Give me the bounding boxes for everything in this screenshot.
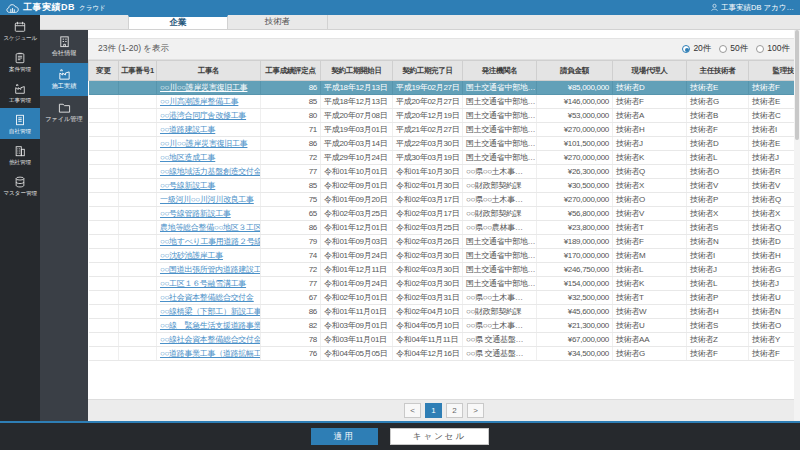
page-button-1[interactable]: 1: [425, 403, 442, 418]
project-name-link[interactable]: ○○道路建設工事: [160, 125, 215, 134]
table-row[interactable]: ○○道路事業工事（道路拡幅工事）76令和04年05月05日令和04年12月16日…: [89, 347, 795, 361]
column-header[interactable]: 発注機関名: [463, 61, 537, 81]
cell-agency: 国土交通省中部地…: [463, 123, 537, 137]
cell-chief: 技術者H: [687, 305, 749, 319]
table-row[interactable]: ○○社会資本整備総合交付金67令和02年10月01日令和02年03月31日○○県…: [89, 291, 795, 305]
project-name-link[interactable]: ○○工区１６号融雪溝工事: [160, 279, 246, 288]
cell-score: 86: [261, 137, 321, 151]
table-row[interactable]: ○○号線新設工事85令和02年09月01日令和02年01月30日○○財政部契約課…: [89, 179, 795, 193]
column-header[interactable]: 主任技術者: [687, 61, 749, 81]
column-header[interactable]: 変更: [89, 61, 119, 81]
cell-name: 一級河川○○川河川改良工事: [157, 193, 261, 207]
sidebar-item-3[interactable]: 自社管理: [0, 108, 40, 139]
cell-score: 79: [261, 235, 321, 249]
column-header[interactable]: 契約工期完了日: [393, 61, 463, 81]
cell-end: 平成22年03月30日: [393, 137, 463, 151]
table-row[interactable]: 一級河川○○川河川改良工事75令和01年09月20日令和02年03月17日○○県…: [89, 193, 795, 207]
table-row[interactable]: ○○港湾合同庁舎改修工事80平成20年07月08日平成20年12月19日国土交通…: [89, 109, 795, 123]
table-row[interactable]: ○○川○○護岸災害復旧工事86平成18年12月13日平成19年02月27日国土交…: [89, 81, 795, 95]
sidebar-item-4[interactable]: 他社管理: [0, 139, 40, 170]
column-header[interactable]: 工事名: [157, 61, 261, 81]
submenu-item-0[interactable]: 会社情報: [40, 30, 88, 63]
cell-amount: ¥270,000,000: [537, 151, 613, 165]
project-name-link[interactable]: ○○線地域活力基盤創造交付金: [160, 167, 261, 176]
apply-button[interactable]: 適用: [311, 428, 378, 445]
project-name-link[interactable]: ○○道路事業工事（道路拡幅工事）: [160, 349, 261, 358]
project-name-link[interactable]: ○○地すべり工事用道路２号線: [160, 237, 261, 246]
project-name-link[interactable]: ○○線 緊急生活支援道路事業: [160, 321, 261, 330]
column-header[interactable]: 請負金額: [537, 61, 613, 81]
table-row[interactable]: ○○地すべり工事用道路２号線79令和01年09月03日令和02年03月26日国土…: [89, 235, 795, 249]
table-row[interactable]: ○○線地域活力基盤創造交付金77令和01年10月01日令和01年10月30日○○…: [89, 165, 795, 179]
project-name-link[interactable]: ○○川○○護岸災害復旧工事: [160, 139, 247, 148]
cell-end: 令和02年03月26日: [393, 235, 463, 249]
page-size-radio-50件[interactable]: 50件: [719, 43, 748, 55]
cell-name: ○○道路事業工事（道路拡幅工事）: [157, 347, 261, 361]
cell-end: 平成20年12月19日: [393, 109, 463, 123]
table-row[interactable]: ○○号線管路新設工事65令和02年03月25日令和02年03月17日○○財政部契…: [89, 207, 795, 221]
table-row[interactable]: ○○線橋梁（下部工）新設工事86令和01年11月01日令和02年04月10日○○…: [89, 305, 795, 319]
sidebar-item-2[interactable]: 工事管理: [0, 77, 40, 108]
tab-company[interactable]: 企業: [128, 15, 228, 29]
cell-agent: 技術者Q: [613, 165, 687, 179]
page-button-2[interactable]: 2: [446, 403, 463, 418]
cell-end: 令和02年03月30日: [393, 249, 463, 263]
submenu-item-1[interactable]: 施工実績: [40, 63, 88, 96]
cell-supervisor: 技術者C: [749, 109, 795, 123]
column-header[interactable]: 工事成績評定点: [261, 61, 321, 81]
tab-bar: 企業 技術者: [40, 15, 800, 30]
table-row[interactable]: ○○線 緊急生活支援道路事業82令和03年09月01日令和04年05月10日○○…: [89, 319, 795, 333]
table-row[interactable]: ○○線社会資本整備総合交付金78令和03年11月01日令和04年11月11日○○…: [89, 333, 795, 347]
project-name-link[interactable]: ○○港湾合同庁舎改修工事: [160, 111, 246, 120]
scrollbar-thumb[interactable]: [795, 30, 799, 140]
project-name-link[interactable]: ○○沈砂池護岸工事: [160, 251, 223, 260]
table-row[interactable]: ○○沈砂池護岸工事74令和01年09月24日令和02年03月30日国土交通省中部…: [89, 249, 795, 263]
column-header[interactable]: 監理技術者: [749, 61, 795, 81]
cell-change: [89, 319, 119, 333]
table-row[interactable]: 農地等総合整備○○地区３工区86令和01年12月01日令和02年03月25日○○…: [89, 221, 795, 235]
cell-number: [119, 333, 157, 347]
table-row[interactable]: ○○地区造成工事72平成29年10月24日平成30年03月19日国土交通省中部地…: [89, 151, 795, 165]
submenu-item-2[interactable]: ファイル管理: [40, 96, 88, 129]
cell-number: [119, 277, 157, 291]
column-header[interactable]: 工事番号1: [119, 61, 157, 81]
projects-table: 変更工事番号1工事名工事成績評定点契約工期開始日契約工期完了日発注機関名請負金額…: [88, 60, 794, 361]
column-header[interactable]: 現場代理人: [613, 61, 687, 81]
sidebar-item-0[interactable]: スケジュール: [0, 15, 40, 46]
project-name-link[interactable]: ○○線社会資本整備総合交付金: [160, 335, 261, 344]
column-header[interactable]: 契約工期開始日: [321, 61, 393, 81]
sidebar-item-1[interactable]: 案件管理: [0, 46, 40, 77]
table-row[interactable]: ○○工区１６号融雪溝工事77令和01年09月24日令和02年03月30日国土交通…: [89, 277, 795, 291]
project-name-link[interactable]: 一級河川○○川河川改良工事: [160, 195, 254, 204]
table-row[interactable]: ○○国道出張所管内道路建設工事72令和01年12月11日令和02年03月30日国…: [89, 263, 795, 277]
cell-end: 平成20年02月27日: [393, 95, 463, 109]
cell-end: 平成21年02月27日: [393, 123, 463, 137]
project-name-link[interactable]: ○○地区造成工事: [160, 153, 215, 162]
page-size-radio-20件[interactable]: 20件: [682, 43, 711, 55]
cancel-button[interactable]: キャンセル: [390, 428, 490, 445]
project-name-link[interactable]: 農地等総合整備○○地区３工区: [160, 223, 261, 232]
tab-engineer[interactable]: 技術者: [228, 15, 328, 29]
project-name-link[interactable]: ○○線橋梁（下部工）新設工事: [160, 307, 261, 316]
page-button-<[interactable]: <: [404, 403, 421, 418]
project-name-link[interactable]: ○○川○○護岸災害復旧工事: [160, 83, 247, 92]
project-name-link[interactable]: ○○号線新設工事: [160, 181, 215, 190]
radio-label: 100件: [767, 43, 790, 55]
account-menu[interactable]: 工事実績DB アカウ…: [710, 3, 794, 13]
project-name-link[interactable]: ○○号線管路新設工事: [160, 209, 231, 218]
cell-amount: ¥170,000,000: [537, 249, 613, 263]
page-size-radio-100件[interactable]: 100件: [756, 43, 790, 55]
sidebar-item-5[interactable]: マスター管理: [0, 170, 40, 201]
table-row[interactable]: ○○川高潮護岸整備工事85平成18年12月13日平成20年02月27日国土交通省…: [89, 95, 795, 109]
calendar-icon: [14, 21, 26, 33]
project-name-link[interactable]: ○○国道出張所管内道路建設工事: [160, 265, 261, 274]
cell-amount: ¥45,600,000: [537, 305, 613, 319]
table-row[interactable]: ○○道路建設工事71平成19年03月01日平成21年02月27日国土交通省中部地…: [89, 123, 795, 137]
cell-score: 82: [261, 319, 321, 333]
project-name-link[interactable]: ○○社会資本整備総合交付金: [160, 293, 254, 302]
page-button->[interactable]: >: [467, 403, 484, 418]
project-name-link[interactable]: ○○川高潮護岸整備工事: [160, 97, 238, 106]
vertical-scrollbar[interactable]: [794, 30, 800, 428]
cell-agency: ○○県○○農林事…: [463, 221, 537, 235]
table-row[interactable]: ○○川○○護岸災害復旧工事86平成20年03月14日平成22年03月30日国土交…: [89, 137, 795, 151]
